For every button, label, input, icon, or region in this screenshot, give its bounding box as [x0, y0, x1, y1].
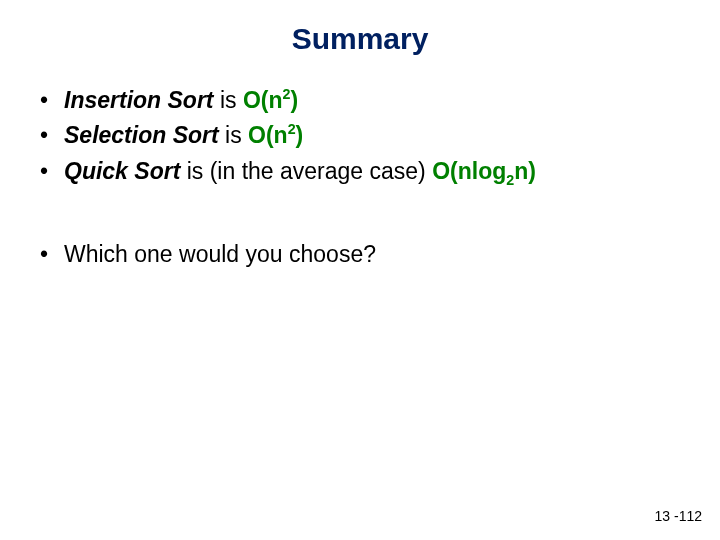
- big-o-b: n): [514, 158, 536, 184]
- big-o-close: ): [296, 122, 304, 148]
- complexity: O(n2): [243, 87, 298, 113]
- question-text: Which one would you choose?: [64, 241, 376, 267]
- algorithm-name: Insertion Sort: [64, 87, 214, 113]
- big-o-close: ): [290, 87, 298, 113]
- spacer: [30, 190, 690, 238]
- list-item: Insertion Sort is O(n2): [38, 84, 690, 117]
- algorithm-name: Selection Sort: [64, 122, 219, 148]
- complexity: O(n2): [248, 122, 303, 148]
- big-o-a: O(nlog: [432, 158, 506, 184]
- big-o-open: O(n: [243, 87, 283, 113]
- verb-text: is (in the average case): [180, 158, 432, 184]
- slide-number: 13 -112: [655, 508, 702, 524]
- algorithm-name: Quick Sort: [64, 158, 180, 184]
- exponent: 2: [288, 122, 296, 138]
- complexity: O(nlog2n): [432, 158, 536, 184]
- list-item: Which one would you choose?: [38, 238, 690, 271]
- bullet-list-after: Which one would you choose?: [30, 238, 690, 271]
- log-base: 2: [506, 171, 514, 187]
- list-item: Selection Sort is O(n2): [38, 119, 690, 152]
- list-item: Quick Sort is (in the average case) O(nl…: [38, 155, 690, 188]
- verb-text: is: [219, 122, 248, 148]
- verb-text: is: [214, 87, 243, 113]
- bullet-list: Insertion Sort is O(n2) Selection Sort i…: [30, 84, 690, 188]
- page-title: Summary: [30, 22, 690, 56]
- big-o-open: O(n: [248, 122, 288, 148]
